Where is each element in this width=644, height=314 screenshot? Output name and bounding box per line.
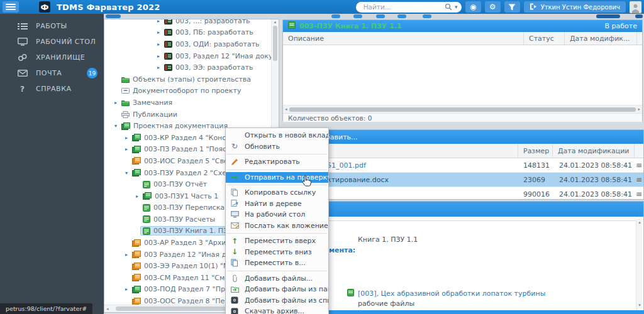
tree-node-label: 003, Раздел 12 "Иная документация в случ… bbox=[175, 52, 279, 60]
book-green-icon bbox=[132, 169, 141, 176]
menu-item-label: Переместить вниз bbox=[245, 248, 312, 256]
scroll-up-icon[interactable]: ▴ bbox=[638, 220, 641, 225]
column-size[interactable]: Размер bbox=[518, 144, 553, 158]
scroll-left-icon[interactable]: ◂ bbox=[106, 306, 109, 311]
context-menu-item[interactable]: ↻Обновить bbox=[226, 141, 328, 153]
find-tree-icon bbox=[230, 200, 240, 207]
menu-toggle-button[interactable] bbox=[3, 1, 19, 13]
expand-toggle-icon[interactable]: ▸ bbox=[155, 41, 162, 47]
row-menu-icon[interactable]: ≡ bbox=[635, 161, 643, 170]
expand-toggle-icon[interactable]: ▸ bbox=[123, 146, 130, 152]
scroll-left-icon[interactable]: ◂ bbox=[285, 107, 287, 112]
context-menu-item[interactable]: Редактировать bbox=[226, 156, 328, 168]
tree-node[interactable]: ▸003, ЭЭ: разработать bbox=[104, 62, 279, 73]
context-menu-item[interactable]: Переместить в... bbox=[226, 257, 328, 269]
context-menu-item[interactable]: Найти в дереве bbox=[226, 198, 328, 210]
menu-item-label: Добавить файлы из списка шаблонов... bbox=[245, 296, 328, 305]
expand-toggle-icon[interactable]: ▾ bbox=[113, 123, 119, 129]
expand-toggle-icon[interactable]: ▸ bbox=[134, 193, 140, 199]
menu-item-label: Скачать архив... bbox=[245, 307, 304, 314]
expand-toggle-icon[interactable]: ▸ bbox=[155, 65, 162, 70]
tree-node[interactable]: ▸003, Раздел 12 "Иная документация в слу… bbox=[104, 50, 279, 62]
expand-toggle-icon[interactable]: ▸ bbox=[155, 53, 162, 59]
sidebar-item-help[interactable]: ?СПРАВКА bbox=[0, 81, 104, 97]
object-table-header: ОписаниеСтатусДата модифик... bbox=[283, 32, 642, 45]
filter-button[interactable] bbox=[504, 1, 520, 13]
scroll-down-icon[interactable]: ▾ bbox=[638, 303, 641, 308]
notifications-button[interactable]: ◉ bbox=[465, 1, 481, 13]
doc-green-icon bbox=[143, 204, 150, 212]
document-icon bbox=[347, 289, 354, 298]
scrollbar-thumb[interactable] bbox=[289, 107, 636, 112]
sidebar-item-label: ПОЧТА bbox=[36, 69, 62, 77]
attach-icon bbox=[230, 274, 240, 283]
context-menu-item[interactable]: Добавить файлы из списка шаблонов... bbox=[226, 295, 328, 306]
object-horizontal-scrollbar[interactable]: ◂ ▸ bbox=[283, 105, 642, 113]
file-row[interactable]: ктирование.docx2306924.01.2023 08:58:41≡ bbox=[283, 173, 643, 187]
scroll-up-icon[interactable]: ▴ bbox=[274, 19, 277, 24]
expand-toggle-icon[interactable]: ▸ bbox=[123, 286, 130, 292]
book-green-icon bbox=[132, 146, 141, 153]
context-menu-item[interactable]: Послать как вложение... bbox=[226, 220, 328, 232]
user-avatar[interactable] bbox=[630, 1, 641, 13]
user-menu-button[interactable]: Уткин Устин Федорович bbox=[524, 1, 626, 13]
context-menu-item[interactable]: Добавить файлы... bbox=[226, 273, 328, 284]
tree-node[interactable]: ▸003, ...: разработать bbox=[104, 19, 279, 27]
context-menu-item[interactable]: Открыть в новой вкладке bbox=[226, 130, 328, 141]
context-menu-item[interactable]: →Отправить на проверку bbox=[226, 172, 328, 183]
file-row[interactable]: 99001624.01.2023 08:58:41≡ bbox=[283, 187, 643, 202]
menu-item-label: Обновить bbox=[245, 143, 280, 151]
sidebar-item-mail[interactable]: ПОЧТА19 bbox=[0, 65, 104, 81]
search-input[interactable] bbox=[362, 3, 442, 11]
row-menu-icon[interactable]: ≡ bbox=[635, 175, 643, 184]
menu-item-label: Послать как вложение... bbox=[245, 222, 328, 230]
tree-node[interactable]: ▸Замечания bbox=[104, 97, 279, 109]
search-scope-dropdown-icon[interactable]: ▾ bbox=[455, 4, 458, 10]
column-date[interactable]: Дата модификации bbox=[553, 144, 635, 158]
file-row[interactable]: 51_001.pdf14813124.01.2023 08:58:41≡ bbox=[283, 158, 643, 173]
linked-object-link[interactable]: [003], Цех абразивной обработки лопаток … bbox=[347, 289, 545, 298]
context-menu-item[interactable]: На рабочий стол bbox=[226, 209, 328, 220]
context-menu-item[interactable]: ↑Переместить вверх bbox=[226, 236, 328, 247]
sidebar-item-label: ХРАНИЛИЩЕ bbox=[36, 53, 85, 62]
expand-toggle-icon[interactable]: ▸ bbox=[123, 252, 130, 257]
folder-icon bbox=[121, 76, 130, 83]
doc-name-value: Книга 1. ПЗУ 1.1 bbox=[358, 236, 418, 244]
column-header[interactable]: Описание bbox=[283, 32, 524, 45]
publications-icon bbox=[121, 111, 130, 118]
expand-toggle-icon[interactable]: ▸ bbox=[113, 100, 119, 106]
topbar: Ф TDMS Фарватер 2022 ▾ ◉ ⚙ Уткин Устин Ф… bbox=[0, 0, 644, 14]
tree-node-label: Документооборот по проекту bbox=[133, 87, 241, 95]
expand-toggle-icon[interactable]: ▾ bbox=[123, 170, 130, 176]
expand-toggle-icon[interactable]: ▸ bbox=[155, 30, 162, 35]
sidebar-item-works[interactable]: РАБОТЫ bbox=[0, 18, 104, 34]
sidebar-item-desktop[interactable]: РАБОЧИЙ СТОЛ bbox=[0, 34, 104, 50]
search-box[interactable]: ▾ bbox=[356, 2, 462, 13]
tree-node[interactable]: Объекты (этапы) строительства bbox=[104, 73, 279, 85]
sidebar-item-storage[interactable]: ХРАНИЛИЩЕ bbox=[0, 50, 104, 65]
scrollbar-thumb[interactable] bbox=[273, 26, 277, 61]
tree-node[interactable]: ▸003, ПБ: разработать bbox=[104, 27, 279, 39]
tab-dash bbox=[353, 14, 362, 18]
tree-node[interactable]: Публикации bbox=[104, 109, 279, 121]
tree-node[interactable]: Документооборот по проекту bbox=[104, 85, 279, 97]
docflow-icon bbox=[121, 87, 130, 94]
expand-toggle-icon[interactable]: ▸ bbox=[123, 135, 130, 141]
scroll-right-icon[interactable]: ▸ bbox=[638, 107, 640, 112]
context-menu-item[interactable]: Копировать ссылку bbox=[226, 187, 328, 198]
details-vertical-scrollbar[interactable]: ▴ ▾ bbox=[636, 219, 643, 308]
column-header[interactable]: Дата модифик... bbox=[565, 32, 637, 45]
context-menu-item[interactable]: Скачать архив... bbox=[226, 306, 328, 314]
menu-item-label: Редактировать bbox=[245, 158, 300, 166]
column-header[interactable]: Статус bbox=[524, 32, 565, 45]
context-menu-item[interactable]: ↓Переместить вниз bbox=[226, 247, 328, 258]
document-icon bbox=[288, 21, 296, 31]
search-icon[interactable] bbox=[445, 1, 452, 13]
expand-toggle-icon[interactable]: ▸ bbox=[155, 19, 162, 24]
settings-button[interactable]: ⚙ bbox=[485, 1, 501, 13]
row-menu-icon[interactable]: ≡ bbox=[635, 190, 643, 198]
edit-icon bbox=[230, 158, 240, 166]
context-menu-item[interactable]: Добавить файлы из папки... bbox=[226, 284, 328, 295]
folder-add-icon bbox=[230, 286, 240, 293]
tree-node[interactable]: ▸003, ОДИ: разработать bbox=[104, 38, 279, 50]
